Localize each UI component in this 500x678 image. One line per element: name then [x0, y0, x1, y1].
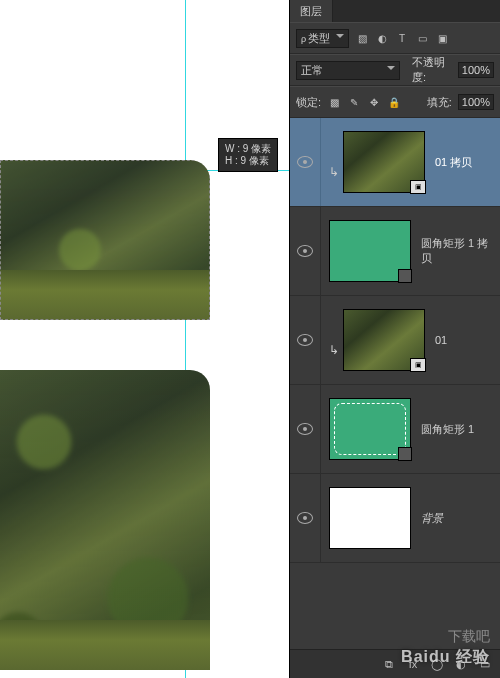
adjustment-icon[interactable]: ◐ — [454, 657, 468, 671]
opacity-label: 不透明度: — [412, 55, 452, 85]
eye-icon — [297, 423, 313, 435]
blend-mode-dropdown[interactable]: 正常 — [296, 61, 400, 80]
smart-object-badge-icon: ▣ — [410, 180, 426, 194]
filter-pixel-icon[interactable]: ▧ — [355, 31, 369, 45]
visibility-toggle[interactable] — [290, 207, 321, 295]
layer-row[interactable]: ↳▣01 拷贝 — [290, 118, 500, 207]
layer-name[interactable]: 01 拷贝 — [425, 155, 494, 170]
filter-row: ρ类型 ▧ ◐ T ▭ ▣ — [290, 22, 500, 54]
link-icon[interactable]: ⧉ — [382, 657, 396, 671]
layers-list: ↳▣01 拷贝圆角矩形 1 拷贝↳▣01圆角矩形 1背景 — [290, 118, 500, 649]
layer-name[interactable]: 01 — [425, 334, 494, 346]
fx-icon[interactable]: fx — [406, 657, 420, 671]
filter-type-dropdown[interactable]: ρ类型 — [296, 29, 349, 48]
layer-thumbnail[interactable]: ▣ — [343, 131, 425, 193]
transform-tooltip: W : 9 像素 H : 9 像素 — [218, 138, 278, 172]
lock-pixels-icon[interactable]: ✎ — [347, 95, 361, 109]
shape-badge-icon — [398, 447, 412, 461]
eye-icon — [297, 334, 313, 346]
panel-tabs: 图层 — [290, 0, 500, 22]
filter-smart-icon[interactable]: ▣ — [435, 31, 449, 45]
layer-row[interactable]: ↳▣01 — [290, 296, 500, 385]
lock-label: 锁定: — [296, 95, 321, 110]
opacity-value[interactable]: 100% — [458, 62, 494, 78]
layer-thumbnail[interactable] — [329, 398, 411, 460]
eye-icon — [297, 512, 313, 524]
clip-indicator-icon: ↳ — [329, 165, 339, 179]
visibility-toggle[interactable] — [290, 385, 321, 473]
group-icon[interactable]: ▭ — [478, 657, 492, 671]
canvas[interactable]: W : 9 像素 H : 9 像素 — [0, 0, 290, 678]
fill-label: 填充: — [427, 95, 452, 110]
layer-name[interactable]: 圆角矩形 1 — [411, 422, 494, 437]
clip-indicator-icon: ↳ — [329, 343, 339, 357]
layer-thumbnail[interactable] — [329, 487, 411, 549]
layer-row[interactable]: 圆角矩形 1 — [290, 385, 500, 474]
layer-thumbnail[interactable] — [329, 220, 411, 282]
layer-thumbnail[interactable]: ▣ — [343, 309, 425, 371]
filter-type-icon[interactable]: T — [395, 31, 409, 45]
layer-row[interactable]: 背景 — [290, 474, 500, 563]
canvas-image-top[interactable] — [0, 160, 210, 320]
panel-footer: ⧉ fx ◯ ◐ ▭ — [290, 649, 500, 678]
blend-row: 正常 不透明度: 100% — [290, 54, 500, 86]
fill-value[interactable]: 100% — [458, 94, 494, 110]
lock-all-icon[interactable]: 🔒 — [387, 95, 401, 109]
visibility-toggle[interactable] — [290, 296, 321, 384]
layer-name[interactable]: 背景 — [411, 511, 494, 526]
visibility-toggle[interactable] — [290, 118, 321, 206]
filter-shape-icon[interactable]: ▭ — [415, 31, 429, 45]
lock-transparent-icon[interactable]: ▩ — [327, 95, 341, 109]
eye-icon — [297, 156, 313, 168]
canvas-image-bottom[interactable] — [0, 370, 210, 670]
visibility-toggle[interactable] — [290, 474, 321, 562]
filter-adjust-icon[interactable]: ◐ — [375, 31, 389, 45]
lock-row: 锁定: ▩ ✎ ✥ 🔒 填充: 100% — [290, 86, 500, 118]
shape-badge-icon — [398, 269, 412, 283]
mask-icon[interactable]: ◯ — [430, 657, 444, 671]
lock-position-icon[interactable]: ✥ — [367, 95, 381, 109]
layers-panel: 图层 ρ类型 ▧ ◐ T ▭ ▣ 正常 不透明度: 100% 锁定: ▩ ✎ ✥… — [289, 0, 500, 678]
tab-layers[interactable]: 图层 — [290, 0, 333, 22]
layer-name[interactable]: 圆角矩形 1 拷贝 — [411, 236, 494, 266]
layer-row[interactable]: 圆角矩形 1 拷贝 — [290, 207, 500, 296]
eye-icon — [297, 245, 313, 257]
smart-object-badge-icon: ▣ — [410, 358, 426, 372]
